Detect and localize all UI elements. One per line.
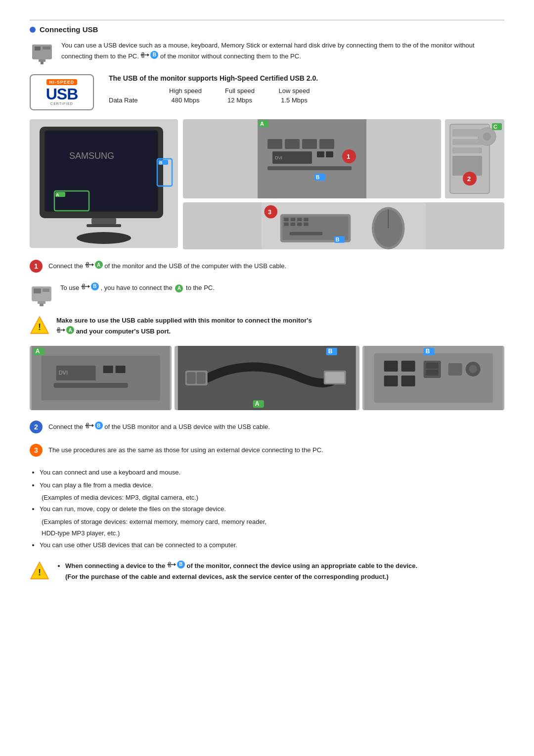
- list-item: You can play a file from a media device.: [40, 479, 504, 491]
- svg-rect-86: [58, 331, 60, 332]
- svg-rect-27: [302, 139, 317, 149]
- svg-marker-121: [92, 424, 94, 427]
- svg-rect-26: [285, 139, 300, 149]
- svg-point-6: [142, 52, 144, 54]
- svg-marker-78: [88, 285, 90, 288]
- svg-point-118: [469, 365, 477, 373]
- svg-text:A: A: [255, 400, 260, 407]
- usb-support-title: The USB of the monitor supports High-Spe…: [109, 74, 321, 82]
- svg-text:!: !: [38, 322, 41, 332]
- svg-rect-115: [426, 370, 438, 376]
- svg-point-85: [58, 328, 60, 330]
- svg-rect-102: [197, 372, 206, 384]
- intro-row: You can use a USB device such as a mouse…: [30, 41, 504, 65]
- svg-rect-62: [304, 223, 309, 226]
- final-warning-text: When connecting a device to the B of the…: [56, 561, 417, 582]
- usb-info-row: HI-SPEED USB CERTIFIED The USB of the mo…: [30, 74, 504, 110]
- svg-point-72: [85, 264, 87, 266]
- computer-tower-box: C 2: [445, 119, 504, 198]
- svg-point-8: [141, 54, 142, 55]
- svg-text:C: C: [493, 124, 497, 130]
- svg-rect-112: [401, 376, 415, 386]
- svg-rect-31: [317, 151, 324, 157]
- warning-1-text: Make sure to use the USB cable supplied …: [56, 315, 312, 337]
- bullet-list: You can connect and use a keyboard and m…: [30, 467, 504, 551]
- photo-monitor-back: DVI A: [30, 346, 172, 410]
- svg-rect-109: [384, 361, 398, 372]
- svg-point-79: [83, 284, 85, 286]
- svg-rect-80: [83, 287, 85, 289]
- list-subtext: HDD-type MP3 player, etc.): [40, 527, 504, 539]
- svg-text:B: B: [425, 348, 430, 355]
- note-1-block: To use B , you have to connect the A to …: [30, 283, 504, 306]
- usb-speed-table: The USB of the monitor supports High-Spe…: [109, 74, 321, 104]
- usb-symbol-warning-a: A: [56, 326, 74, 334]
- svg-text:A: A: [36, 348, 40, 355]
- svg-rect-75: [43, 288, 49, 292]
- list-item: You can use other USB devices that can b…: [40, 539, 504, 551]
- step-1-number: 1: [30, 260, 43, 273]
- data-rate-label: Data Rate: [109, 96, 158, 104]
- step-3-block: 3 The use procedures are as the same as …: [30, 443, 504, 457]
- ports-panel-box: A DVI B: [183, 119, 441, 198]
- svg-rect-58: [304, 218, 309, 221]
- step-1-block: 1 Connect the A of the monitor and the U…: [30, 259, 504, 273]
- svg-text:B: B: [336, 237, 340, 242]
- usb-logo-text: USB: [46, 86, 78, 102]
- svg-rect-25: [267, 139, 282, 149]
- photo-usb-cable: B A: [175, 346, 359, 410]
- list-subtext: (Examples of storage devices: external m…: [40, 516, 504, 527]
- svg-rect-44: [452, 147, 482, 153]
- svg-text:SAMSUNG: SAMSUNG: [69, 151, 114, 161]
- svg-rect-116: [448, 363, 462, 376]
- svg-marker-127: [174, 563, 176, 566]
- svg-marker-69: [92, 263, 94, 266]
- svg-rect-63: [290, 232, 323, 236]
- warning-triangle-icon-2: !: [30, 561, 49, 580]
- svg-rect-71: [87, 266, 89, 267]
- svg-rect-94: [116, 366, 126, 373]
- step-2-number: 2: [30, 421, 43, 433]
- svg-marker-84: [63, 329, 65, 331]
- svg-point-122: [87, 423, 89, 425]
- svg-rect-76: [38, 301, 45, 304]
- svg-point-15: [77, 232, 131, 244]
- svg-rect-93: [103, 366, 113, 373]
- svg-rect-28: [319, 139, 334, 149]
- svg-text:B: B: [328, 348, 333, 355]
- svg-text:!: !: [38, 567, 41, 577]
- step-1-text: Connect the A of the monitor and the USB…: [48, 259, 286, 272]
- monitor-image: SAMSUNG A B: [30, 119, 178, 248]
- warning-triangle-icon: !: [30, 315, 49, 335]
- data-rate-full: 12 Mbps: [213, 96, 267, 104]
- svg-rect-110: [401, 361, 415, 372]
- svg-rect-59: [284, 223, 289, 226]
- svg-rect-43: [452, 139, 482, 145]
- svg-rect-101: [187, 372, 196, 384]
- svg-text:B: B: [159, 160, 163, 165]
- svg-rect-1: [35, 47, 41, 50]
- step-2-text: Connect the B of the USB monitor and a U…: [48, 420, 270, 432]
- svg-rect-57: [297, 218, 302, 221]
- list-item: You can run, move, copy or delete the fi…: [40, 503, 504, 515]
- svg-rect-92: [54, 383, 128, 388]
- svg-rect-2: [43, 47, 50, 49]
- usb-logo-box: HI-SPEED USB CERTIFIED: [30, 74, 94, 110]
- page-title: Connecting USB: [40, 25, 98, 34]
- svg-rect-55: [284, 218, 289, 221]
- svg-point-70: [87, 262, 89, 264]
- svg-point-87: [57, 330, 58, 331]
- svg-point-130: [167, 564, 169, 565]
- svg-rect-129: [169, 566, 171, 567]
- svg-text:A: A: [260, 121, 264, 127]
- svg-rect-114: [426, 363, 438, 369]
- svg-rect-3: [39, 59, 45, 62]
- data-rate-low: 1.5 Mbps: [267, 96, 321, 104]
- list-subtext: (Examples of media devices: MP3, digital…: [40, 492, 504, 503]
- svg-text:DVI: DVI: [59, 370, 68, 376]
- svg-text:1: 1: [347, 153, 350, 160]
- usb-symbol-final-b: B: [167, 561, 185, 568]
- connection-diagram-col: A DVI B: [183, 119, 504, 249]
- svg-rect-123: [87, 426, 89, 428]
- keyboard-mouse-box: 3: [183, 202, 504, 249]
